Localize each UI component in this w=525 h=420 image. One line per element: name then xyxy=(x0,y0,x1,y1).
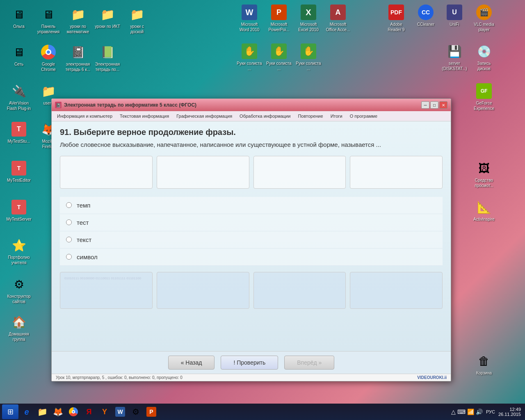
taskbar-right: △ ⌨ 📶 🔊 РУС 12:49 26.11.2015 xyxy=(451,407,521,417)
desktop-icon-notebook6[interactable]: 📓 электронная тетрадь 6 к... xyxy=(63,42,93,74)
menu-graphic[interactable]: Графическая информация xyxy=(173,112,235,120)
desktop-icon-access[interactable]: A Microsoft Office Acce... xyxy=(323,2,353,34)
desktop-icon-ppt[interactable]: P Microsoft PowerPoi... xyxy=(264,2,294,34)
desktop-icon-word[interactable]: W Microsoft Word 2010 xyxy=(235,2,264,34)
network-icon: 📶 xyxy=(467,409,474,415)
minimize-button[interactable]: ─ xyxy=(421,101,429,109)
radio-option-3[interactable] xyxy=(66,237,72,242)
question-number: 91. Выберите верное продолжение фразы. xyxy=(60,128,443,137)
desktop-icon-control-panel[interactable]: 🖥 Панель управления xyxy=(34,4,63,36)
question-text: Любое словесное высказывание, напечатанн… xyxy=(60,140,443,150)
taskbar-ppt[interactable]: P xyxy=(144,404,159,419)
brand-text: VIDEOUROKI.ii xyxy=(417,375,447,380)
desktop-icon-chrome[interactable]: Google Chrome xyxy=(34,42,63,74)
desktop-icon-notebook11[interactable]: 📗 Электронная тетрадь по... xyxy=(93,42,122,74)
image-5: 01010111 00100000 01110011 01101111 0110… xyxy=(60,272,153,309)
image-3 xyxy=(253,156,346,189)
desktop-icon-excel[interactable]: X Microsoft Excel 2010 xyxy=(294,2,323,34)
tray-icon-1: △ xyxy=(451,409,456,415)
radio-option-2[interactable] xyxy=(66,219,72,225)
image-6 xyxy=(157,272,249,309)
desktop-icon-math[interactable]: 📁 уроки по математике xyxy=(63,4,93,36)
title-bar: 📓 Электронная тетрадь по информатике 5 к… xyxy=(52,99,451,111)
option-row-2[interactable]: тест xyxy=(60,214,443,231)
status-text: Урок 10, мпртпрпарапр, 5 , ошибок: 0, вы… xyxy=(56,375,183,380)
option-label-3: текст xyxy=(77,236,91,243)
desktop-icon-board[interactable]: 📁 уроки с доской xyxy=(122,4,152,36)
taskbar-firefox[interactable]: 🦊 xyxy=(50,404,65,419)
desktop-icon-ikt[interactable]: 📁 уроки по ИКТ xyxy=(93,4,122,31)
taskbar-time: 12:49 xyxy=(498,407,521,412)
desktop-icon-mytesteditor[interactable]: T MyTestEditor xyxy=(4,158,34,185)
desktop-icon-hand3[interactable]: ✋ Руки солиста ... xyxy=(294,41,323,73)
desktop-icon-sredstvo[interactable]: 🖼 Средство просмот... xyxy=(469,158,499,190)
desktop-icon-homegroup[interactable]: 🏠 Домашняя группа xyxy=(4,312,34,344)
desktop-icon-server[interactable]: 💾 server (DISKSTAT...) xyxy=(440,41,469,73)
menu-repeat[interactable]: Повторение xyxy=(294,112,326,120)
status-bar: Урок 10, мпртпрпарапр, 5 , ошибок: 0, вы… xyxy=(52,374,451,381)
option-row-4[interactable]: символ xyxy=(60,249,443,266)
desktop-icon-vlc[interactable]: 🎬 VLC media player xyxy=(469,2,499,34)
nav-buttons: « Назад ! Проверить Вперёд » xyxy=(52,351,451,374)
menu-process[interactable]: Обработка информации xyxy=(236,112,294,120)
image-8 xyxy=(350,272,443,309)
image-row-bottom: 01010111 00100000 01110011 01101111 0110… xyxy=(60,272,443,309)
taskbar-unknown[interactable]: ⚙ xyxy=(128,404,143,419)
menu-text[interactable]: Текстовая информация xyxy=(116,112,172,120)
desktop-icon-adobe[interactable]: PDF Adobe Reader 9 xyxy=(381,2,411,34)
desktop-icon-hand1[interactable]: ✋ Руки солиста ... xyxy=(235,41,264,73)
taskbar-word[interactable]: W xyxy=(113,404,128,419)
option-label-1: темп xyxy=(77,202,90,209)
desktop-icon-activinspire[interactable]: 📐 ActivInspire xyxy=(469,197,499,224)
taskbar-yandex2[interactable]: Y xyxy=(97,404,112,419)
option-label-4: символ xyxy=(77,253,98,260)
desktop-icon-constructor[interactable]: ⚙ Конструктор сайтов xyxy=(4,274,34,306)
option-row-1[interactable]: темп xyxy=(60,197,443,214)
next-button[interactable]: Вперёд » xyxy=(284,356,334,370)
image-7 xyxy=(253,272,346,309)
desktop-icon-mytestserver[interactable]: T MyTestServer xyxy=(4,197,34,224)
desktop-icon-myteststu[interactable]: T MyTestStu... xyxy=(4,119,34,146)
menu-about[interactable]: О программе xyxy=(347,112,381,120)
menu-info[interactable]: Информация и компьютер xyxy=(54,112,116,120)
desktop-icon-avervision[interactable]: 🔌 AVerVision Flash Plug-in xyxy=(4,81,34,113)
maximize-button[interactable]: □ xyxy=(430,101,438,109)
keyboard-icon: ⌨ xyxy=(457,409,466,415)
menu-bar: Информация и компьютер Текстовая информа… xyxy=(52,111,451,121)
desktop-icon-ccleaner[interactable]: CC CCleaner xyxy=(411,2,441,29)
menu-results[interactable]: Итоги xyxy=(327,112,346,120)
taskbar-chrome[interactable] xyxy=(66,404,81,419)
volume-icon: 🔊 xyxy=(476,409,483,415)
radio-option-1[interactable] xyxy=(66,202,72,208)
taskbar-items: e 📁 🦊 Я Y W ⚙ xyxy=(19,404,450,419)
options-container: темп тест текст символ xyxy=(60,197,443,266)
taskbar: ⊞ e 📁 🦊 Я Y W xyxy=(0,404,525,420)
window-controls: ─ □ ✕ xyxy=(421,101,447,109)
desktop-icon-geforce[interactable]: GF GeForce Experience xyxy=(469,81,499,113)
desktop-icon-network[interactable]: 🖥 Сеть xyxy=(4,42,34,68)
close-button[interactable]: ✕ xyxy=(439,101,447,109)
desktop-icon-infra[interactable]: 💿 Запись дисков xyxy=(469,41,499,73)
radio-option-4[interactable] xyxy=(66,254,72,260)
taskbar-ie[interactable]: e xyxy=(19,404,34,419)
desktop-icon-unifi[interactable]: U UniFi xyxy=(440,2,469,29)
desktop-icon-portfolio[interactable]: ⭐ Портфолио учителя xyxy=(4,235,34,267)
back-button[interactable]: « Назад xyxy=(168,356,215,370)
app-icon: 📓 xyxy=(55,102,62,108)
window-title: Электронная тетрадь по информатике 5 кла… xyxy=(64,102,196,108)
desktop-icon-trash[interactable]: 🗑 Корзина xyxy=(469,351,499,377)
image-4 xyxy=(350,156,443,189)
taskbar-yandex[interactable]: Я xyxy=(82,404,96,419)
desktop-icon-olga[interactable]: 🖥 Ольга xyxy=(4,4,34,31)
taskbar-language: РУС xyxy=(486,409,495,414)
system-tray-icons: △ ⌨ 📶 🔊 xyxy=(451,409,483,415)
taskbar-explorer[interactable]: 📁 xyxy=(35,404,50,419)
content-area: 91. Выберите верное продолжение фразы. Л… xyxy=(52,121,451,351)
verify-button[interactable]: ! Проверить xyxy=(221,356,278,370)
start-button[interactable]: ⊞ xyxy=(2,404,18,419)
option-row-3[interactable]: текст xyxy=(60,231,443,249)
desktop: 🖥 Ольга 🖥 Панель управления 📁 уроки по м… xyxy=(0,0,525,420)
app-window: 📓 Электронная тетрадь по информатике 5 к… xyxy=(51,98,451,381)
desktop-icon-hand2[interactable]: ✋ Руки солиста ... xyxy=(264,41,294,73)
taskbar-time-date: 12:49 26.11.2015 xyxy=(498,407,521,417)
